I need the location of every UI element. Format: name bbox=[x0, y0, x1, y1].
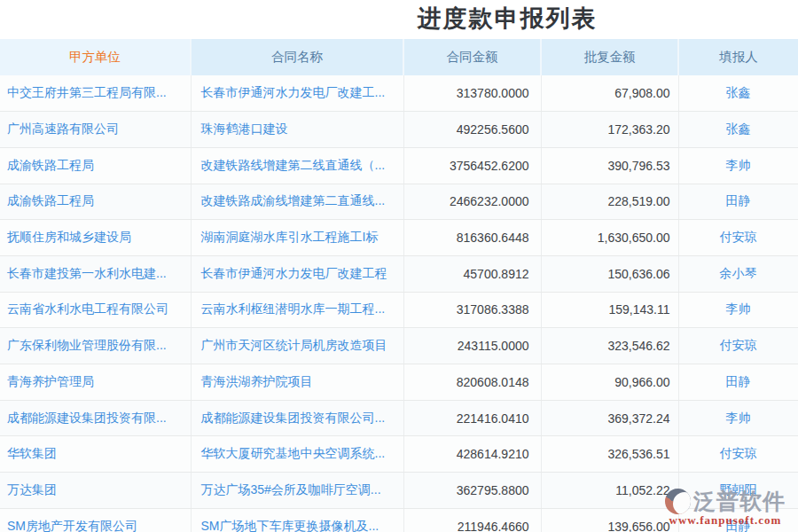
table-row[interactable]: 成都能源建设集团投资有限...成都能源建设集团投资有限公司...221416.0… bbox=[0, 400, 798, 436]
column-header-reporter[interactable]: 填报人 bbox=[678, 39, 798, 75]
cell-contract-amount: 221416.0410 bbox=[403, 400, 541, 436]
cell-contract-amount: 428614.9210 bbox=[403, 436, 541, 473]
watermark-url-text: www.fanpusoft.com bbox=[665, 513, 786, 528]
table-row[interactable]: 中交王府井第三工程局有限...长春市伊通河水力发电厂改建工...313780.0… bbox=[0, 75, 798, 112]
table-body: 中交王府井第三工程局有限...长春市伊通河水力发电厂改建工...313780.0… bbox=[0, 75, 798, 532]
cell-reporter[interactable]: 李帅 bbox=[678, 292, 798, 328]
cell-contract-name[interactable]: 万达广场35#会所及咖啡厅空调... bbox=[191, 473, 403, 509]
page-title: 进度款申报列表 bbox=[108, 3, 798, 35]
cell-party-a[interactable]: 成渝铁路工程局 bbox=[0, 184, 191, 220]
cell-reporter[interactable]: 付安琼 bbox=[678, 328, 798, 364]
cell-party-a[interactable]: 抚顺住房和城乡建设局 bbox=[0, 220, 191, 256]
cell-approved-amount: 326,536.51 bbox=[541, 436, 678, 473]
cell-party-a[interactable]: SM房地产开发有限公司 bbox=[0, 508, 191, 532]
cell-party-a[interactable]: 华软集团 bbox=[0, 436, 191, 473]
cell-contract-amount: 362795.8800 bbox=[403, 473, 541, 509]
cell-contract-amount: 2466232.0000 bbox=[403, 184, 541, 220]
cell-reporter[interactable]: 张鑫 bbox=[678, 112, 798, 148]
cell-contract-amount: 3756452.6200 bbox=[403, 147, 541, 184]
cell-party-a[interactable]: 长春市建投第一水利水电建... bbox=[0, 255, 191, 292]
cell-contract-amount: 820608.0148 bbox=[403, 364, 541, 401]
cell-reporter[interactable]: 付安琼 bbox=[678, 436, 798, 473]
cell-party-a[interactable]: 云南省水利水电工程有限公司 bbox=[0, 292, 191, 328]
table-row[interactable]: 抚顺住房和城乡建设局湖南洞庭湖水库引水工程施工I标816360.64481,63… bbox=[0, 220, 798, 256]
cell-contract-amount: 45700.8912 bbox=[403, 255, 541, 292]
progress-payment-table: 甲方单位 合同名称 合同金额 批复金额 填报人 中交王府井第三工程局有限...长… bbox=[0, 39, 798, 532]
cell-approved-amount: 90,966.00 bbox=[541, 364, 678, 401]
cell-reporter[interactable]: 田静 bbox=[678, 364, 798, 401]
cell-approved-amount: 139,656.00 bbox=[541, 508, 678, 532]
cell-reporter[interactable]: 余小琴 bbox=[678, 255, 798, 292]
cell-approved-amount: 369,372.24 bbox=[541, 400, 678, 436]
fanpu-logo-icon bbox=[665, 489, 691, 514]
table-row[interactable]: 长春市建投第一水利水电建...长春市伊通河水力发电厂改建工程45700.8912… bbox=[0, 255, 798, 292]
cell-reporter[interactable]: 付安琼 bbox=[678, 220, 798, 256]
cell-approved-amount: 172,363.20 bbox=[541, 112, 678, 148]
table-row[interactable]: 成渝铁路工程局改建铁路成渝线增建第二直通线...2466232.0000228,… bbox=[0, 184, 798, 220]
cell-party-a[interactable]: 中交王府井第三工程局有限... bbox=[0, 75, 191, 112]
table-row[interactable]: 华软集团华软大厦研究基地中央空调系统...428614.9210326,536.… bbox=[0, 436, 798, 473]
cell-reporter[interactable]: 李帅 bbox=[678, 147, 798, 184]
cell-contract-amount: 243115.0000 bbox=[403, 328, 541, 364]
table-row[interactable]: 广东保利物业管理股份有限...广州市天河区统计局机房改造项目243115.000… bbox=[0, 328, 798, 364]
cell-party-a[interactable]: 万达集团 bbox=[0, 473, 191, 509]
cell-approved-amount: 159,143.11 bbox=[541, 292, 678, 328]
cell-contract-amount: 816360.6448 bbox=[403, 220, 541, 256]
cell-contract-amount: 211946.4660 bbox=[403, 508, 541, 532]
table-row[interactable]: 云南省水利水电工程有限公司云南水利枢纽潜明水库一期工程...317086.338… bbox=[0, 292, 798, 328]
cell-reporter[interactable]: 李帅 bbox=[678, 400, 798, 436]
column-header-contract-amount[interactable]: 合同金额 bbox=[403, 39, 541, 75]
cell-contract-name[interactable]: 青海洪湖养护院项目 bbox=[191, 364, 403, 401]
cell-contract-name[interactable]: 改建铁路成渝线增建第二直通线... bbox=[191, 184, 403, 220]
cell-approved-amount: 150,636.06 bbox=[541, 255, 678, 292]
cell-reporter[interactable]: 田静 bbox=[678, 184, 798, 220]
cell-party-a[interactable]: 成都能源建设集团投资有限... bbox=[0, 400, 191, 436]
cell-approved-amount: 390,796.53 bbox=[541, 147, 678, 184]
cell-contract-amount: 313780.0000 bbox=[403, 75, 541, 112]
cell-contract-amount: 317086.3388 bbox=[403, 292, 541, 328]
cell-approved-amount: 228,519.00 bbox=[541, 184, 678, 220]
cell-party-a[interactable]: 广东保利物业管理股份有限... bbox=[0, 328, 191, 364]
cell-contract-name[interactable]: 云南水利枢纽潜明水库一期工程... bbox=[191, 292, 403, 328]
table-row[interactable]: 广州高速路有限公司珠海鹤港口建设492256.5600172,363.20张鑫 bbox=[0, 112, 798, 148]
cell-contract-name[interactable]: 改建铁路线增建第二线直通线（... bbox=[191, 147, 403, 184]
cell-approved-amount: 11,052.22 bbox=[541, 473, 678, 509]
cell-approved-amount: 323,546.62 bbox=[541, 328, 678, 364]
cell-contract-name[interactable]: 珠海鹤港口建设 bbox=[191, 112, 403, 148]
cell-contract-name[interactable]: 长春市伊通河水力发电厂改建工程 bbox=[191, 255, 403, 292]
cell-reporter[interactable]: 张鑫 bbox=[678, 75, 798, 112]
cell-contract-name[interactable]: 广州市天河区统计局机房改造项目 bbox=[191, 328, 403, 364]
cell-party-a[interactable]: 青海养护管理局 bbox=[0, 364, 191, 401]
column-header-approved-amount[interactable]: 批复金额 bbox=[541, 39, 678, 75]
cell-contract-name[interactable]: 成都能源建设集团投资有限公司... bbox=[191, 400, 403, 436]
fanpu-watermark: 泛普软件 www.fanpusoft.com bbox=[665, 487, 786, 528]
table-header: 甲方单位 合同名称 合同金额 批复金额 填报人 bbox=[0, 39, 798, 75]
cell-party-a[interactable]: 广州高速路有限公司 bbox=[0, 112, 191, 148]
cell-contract-amount: 492256.5600 bbox=[403, 112, 541, 148]
cell-approved-amount: 1,630,650.00 bbox=[541, 220, 678, 256]
cell-contract-name[interactable]: 长春市伊通河水力发电厂改建工... bbox=[191, 75, 403, 112]
column-header-contract-name[interactable]: 合同名称 bbox=[191, 39, 403, 75]
column-header-party-a[interactable]: 甲方单位 bbox=[0, 39, 191, 75]
cell-approved-amount: 67,908.00 bbox=[541, 75, 678, 112]
cell-contract-name[interactable]: 华软大厦研究基地中央空调系统... bbox=[191, 436, 403, 473]
cell-party-a[interactable]: 成渝铁路工程局 bbox=[0, 147, 191, 184]
table-row[interactable]: 青海养护管理局青海洪湖养护院项目820608.014890,966.00田静 bbox=[0, 364, 798, 401]
cell-contract-name[interactable]: 湖南洞庭湖水库引水工程施工I标 bbox=[191, 220, 403, 256]
table-row[interactable]: 成渝铁路工程局改建铁路线增建第二线直通线（...3756452.6200390,… bbox=[0, 147, 798, 184]
cell-contract-name[interactable]: SM广场地下车库更换摄像机及... bbox=[191, 508, 403, 532]
watermark-brand-text: 泛普软件 bbox=[693, 487, 786, 516]
